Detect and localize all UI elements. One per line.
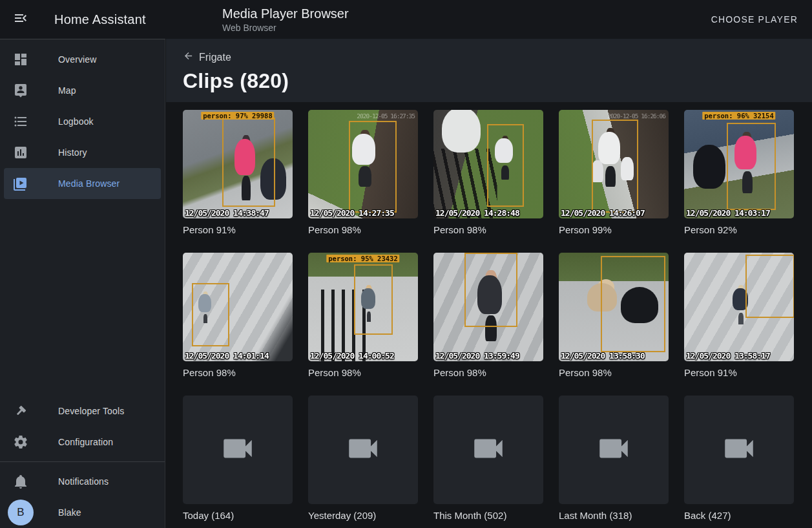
history-chart-icon <box>13 145 28 160</box>
choose-player-button[interactable]: CHOOSE PLAYER <box>706 0 803 39</box>
main-panel: Frigate Clips (820) person: 97% 29988 12… <box>166 39 812 528</box>
clip-card[interactable]: 12/05/2020 14:01:14 Person 98% <box>183 253 293 379</box>
folder-tile <box>559 396 669 504</box>
timestamp-overlay: 12/05/2020 14:01:14 <box>185 351 291 361</box>
folder-caption: Back (427) <box>684 510 794 522</box>
video-icon <box>344 430 382 470</box>
clip-thumbnail: 12/05/2020 14:28:48 <box>433 110 543 218</box>
menu-open-icon <box>13 10 28 28</box>
clip-caption: Person 98% <box>433 367 543 379</box>
clip-card[interactable]: 12/05/2020 14:28:48 Person 98% <box>433 110 543 236</box>
sidebar-item-map[interactable]: Map <box>4 75 161 106</box>
clip-thumbnail: 12/05/2020 13:58:17 <box>684 253 794 361</box>
sidebar-item-developer-tools[interactable]: Developer Tools <box>4 396 161 427</box>
sidebar-item-logbook[interactable]: Logbook <box>4 106 161 137</box>
media-grid-container: person: 97% 29988 12/05/2020 14:38:47 Pe… <box>166 102 812 528</box>
clip-thumbnail: 12/05/2020 14:01:14 <box>183 253 293 361</box>
folder-card-last-month[interactable]: Last Month (318) <box>559 396 669 522</box>
sidebar-item-overview[interactable]: Overview <box>4 44 161 75</box>
clip-caption: Person 91% <box>684 367 794 379</box>
timestamp-overlay: 12/05/2020 13:59:49 <box>435 351 542 361</box>
app-title: Home Assistant <box>54 12 146 27</box>
sidebar-item-label: Logbook <box>58 116 94 127</box>
folder-tile <box>308 396 418 504</box>
folder-tile <box>684 396 794 504</box>
menu-toggle-button[interactable] <box>0 0 41 39</box>
media-browser-icon <box>13 176 28 191</box>
sidebar: Overview Map Logbook History Media Brows… <box>0 39 165 528</box>
clip-card[interactable]: person: 95% 23432 12/05/2020 14:00:52 Pe… <box>308 253 418 379</box>
detection-label: person: 96% 32154 <box>702 112 775 120</box>
detection-label: person: 97% 29988 <box>201 112 274 120</box>
hammer-icon <box>13 403 28 419</box>
detection-label: person: 95% 23432 <box>326 255 399 262</box>
video-icon <box>595 430 632 470</box>
folder-tile <box>183 396 293 504</box>
video-icon <box>219 430 256 470</box>
gear-icon <box>13 434 28 450</box>
clip-card[interactable]: 2020-12-05 16:27:35 12/05/2020 14:27:35 … <box>308 110 418 236</box>
folder-tile <box>433 396 543 504</box>
clip-card[interactable]: person: 97% 29988 12/05/2020 14:38:47 Pe… <box>183 110 293 236</box>
logbook-list-icon <box>13 114 28 129</box>
folder-caption: Today (164) <box>183 510 293 522</box>
clip-card[interactable]: 12/05/2020 13:58:17 Person 91% <box>684 253 794 379</box>
clip-caption: Person 99% <box>559 224 669 236</box>
panel-title: Media Player Browser <box>222 6 349 21</box>
clip-caption: Person 92% <box>684 224 794 236</box>
sidebar-item-configuration[interactable]: Configuration <box>4 427 161 458</box>
sidebar-divider <box>0 461 165 462</box>
sidebar-item-label: Configuration <box>58 437 113 447</box>
breadcrumb-back-button[interactable]: Frigate <box>183 50 231 64</box>
timestamp-overlay: 12/05/2020 14:00:52 <box>310 351 417 361</box>
avatar: B <box>8 500 34 525</box>
timestamp-overlay: 12/05/2020 14:27:35 <box>310 208 417 218</box>
clip-thumbnail: 2020-12-05 16:27:35 12/05/2020 14:27:35 <box>308 110 418 218</box>
video-icon <box>720 430 758 470</box>
clip-caption: Person 98% <box>308 224 418 236</box>
sidebar-item-notifications[interactable]: Notifications <box>4 466 161 497</box>
clip-thumbnail: 12/05/2020 13:58:30 <box>559 253 669 361</box>
media-grid: person: 97% 29988 12/05/2020 14:38:47 Pe… <box>183 110 795 522</box>
sidebar-item-user[interactable]: B Blake <box>4 497 161 528</box>
clip-card[interactable]: 12/05/2020 13:58:30 Person 98% <box>559 253 669 379</box>
folder-card-back[interactable]: Back (427) <box>684 396 794 522</box>
clip-caption: Person 98% <box>308 367 418 379</box>
folder-card-yesterday[interactable]: Yesterday (209) <box>308 396 418 522</box>
timestamp-overlay: 12/05/2020 13:58:30 <box>561 351 667 361</box>
clip-card[interactable]: person: 96% 32154 12/05/2020 14:03:17 Pe… <box>684 110 794 236</box>
dashboard-icon <box>13 52 28 67</box>
video-icon <box>470 430 507 470</box>
bell-icon <box>13 474 28 489</box>
breadcrumb-label: Frigate <box>199 52 231 63</box>
folder-card-this-month[interactable]: This Month (502) <box>433 396 543 522</box>
sidebar-item-label: Media Browser <box>58 178 120 189</box>
user-name-label: Blake <box>58 507 81 518</box>
clip-thumbnail: 2020-12-05 16:26:06 12/05/2020 14:26:07 <box>559 110 669 218</box>
sidebar-spacer <box>0 199 165 396</box>
watermark-text: 2020-12-05 16:27:35 <box>357 112 415 120</box>
sidebar-item-label: Developer Tools <box>58 406 124 416</box>
clip-thumbnail: 12/05/2020 13:59:49 <box>433 253 543 361</box>
clip-caption: Person 98% <box>559 367 669 379</box>
panel-header: Media Player Browser Web Browser <box>222 6 349 34</box>
map-account-icon <box>13 83 28 98</box>
page-title: Clips (820) <box>183 69 795 93</box>
timestamp-overlay: 12/05/2020 14:26:07 <box>561 208 667 218</box>
clip-card[interactable]: 12/05/2020 13:59:49 Person 98% <box>433 253 543 379</box>
sidebar-item-history[interactable]: History <box>4 137 161 168</box>
arrow-left-icon <box>183 50 199 64</box>
clip-caption: Person 98% <box>183 367 293 379</box>
clip-caption: Person 91% <box>183 224 293 236</box>
sidebar-item-media-browser[interactable]: Media Browser <box>4 168 161 199</box>
clip-thumbnail: person: 97% 29988 12/05/2020 14:38:47 <box>183 110 293 218</box>
folder-caption: This Month (502) <box>433 510 543 522</box>
folder-card-today[interactable]: Today (164) <box>183 396 293 522</box>
clip-thumbnail: person: 95% 23432 12/05/2020 14:00:52 <box>308 253 418 361</box>
clip-caption: Person 98% <box>433 224 543 236</box>
clip-card[interactable]: 2020-12-05 16:26:06 12/05/2020 14:26:07 … <box>559 110 669 236</box>
sidebar-item-label: Overview <box>58 54 97 65</box>
sidebar-item-label: Notifications <box>58 476 109 487</box>
folder-caption: Last Month (318) <box>559 510 669 522</box>
sidebar-item-label: Map <box>58 85 76 96</box>
